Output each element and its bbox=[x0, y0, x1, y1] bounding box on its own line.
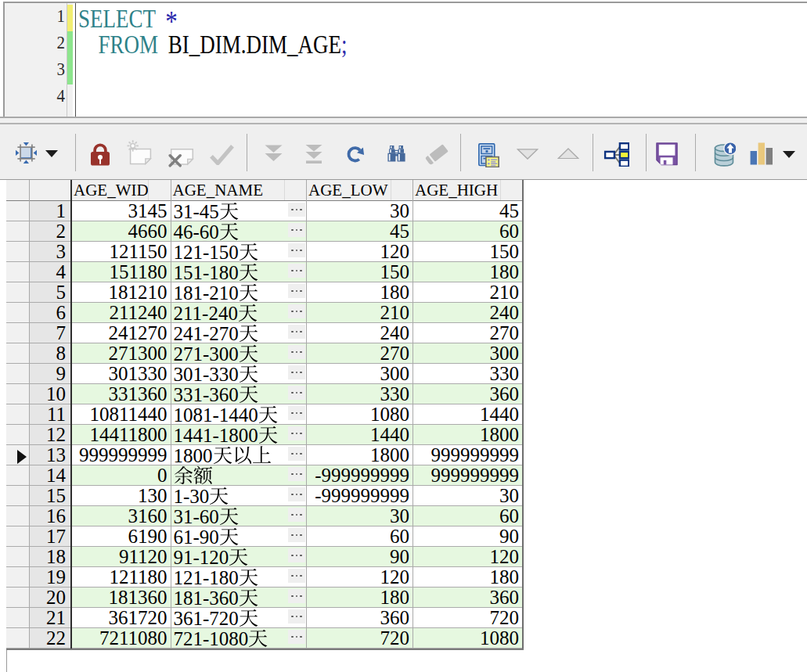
grid-row-13[interactable]: 1399999999918001800999999999 bbox=[6, 445, 523, 465]
cell-age_high[interactable]: 120 bbox=[413, 547, 522, 566]
cell-age_wid[interactable]: 301330 bbox=[72, 364, 171, 383]
cell-age_name[interactable]: 121-180 bbox=[171, 567, 307, 587]
lock-button[interactable] bbox=[90, 142, 110, 166]
cell-age_low[interactable]: 90 bbox=[307, 547, 413, 566]
cell-age_low[interactable]: 210 bbox=[307, 303, 413, 322]
fetch-next-page-button[interactable] bbox=[265, 145, 283, 162]
cell-age_name[interactable]: 1800 bbox=[171, 445, 307, 465]
cell-editor-ellipsis-button[interactable] bbox=[288, 325, 305, 339]
cell-editor-ellipsis-button[interactable] bbox=[288, 548, 305, 562]
cell-age_name[interactable]: 1081-1440 bbox=[171, 404, 307, 424]
cell-age_wid[interactable]: 3145 bbox=[72, 201, 171, 221]
cell-age_low[interactable]: 1440 bbox=[307, 425, 413, 444]
next-record-button[interactable] bbox=[557, 148, 579, 160]
cell-age_name[interactable]: 181-360 bbox=[171, 588, 307, 607]
cell-editor-ellipsis-button[interactable] bbox=[288, 264, 305, 278]
cell-editor-ellipsis-button[interactable] bbox=[288, 243, 305, 257]
cell-age_high[interactable]: 210 bbox=[413, 282, 522, 302]
cell-age_high[interactable]: 60 bbox=[413, 221, 522, 241]
cell-age_name[interactable]: 301-330 bbox=[171, 364, 307, 383]
fetch-all-button[interactable] bbox=[305, 145, 322, 164]
cell-age_name[interactable]: 31-45 bbox=[171, 201, 307, 221]
cell-age_high[interactable]: 180 bbox=[413, 262, 522, 282]
cell-age_wid[interactable]: 121150 bbox=[72, 242, 171, 261]
cell-age_wid[interactable]: 91120 bbox=[72, 547, 171, 566]
cell-age_wid[interactable]: 10811440 bbox=[72, 404, 171, 424]
cell-age_low[interactable]: 300 bbox=[307, 364, 413, 383]
cell-age_wid[interactable]: 271300 bbox=[72, 343, 171, 363]
post-changes-button[interactable] bbox=[210, 145, 234, 165]
previous-record-button[interactable] bbox=[517, 149, 539, 160]
cell-age_low[interactable]: 240 bbox=[307, 323, 413, 343]
grid-column-header-age_wid[interactable]: AGE_WID bbox=[72, 180, 171, 200]
cell-age_name[interactable]: 46-60 bbox=[171, 221, 307, 241]
cell-age_low[interactable]: 720 bbox=[307, 628, 413, 648]
grid-row-3[interactable]: 3121150121-150120150 bbox=[6, 242, 523, 262]
grid-row-15[interactable]: 151301-30-99999999930 bbox=[6, 486, 523, 506]
cell-editor-ellipsis-button[interactable] bbox=[288, 426, 305, 440]
cell-age_name[interactable]: 1-30 bbox=[171, 486, 307, 505]
cell-age_high[interactable]: 999999999 bbox=[413, 465, 522, 485]
grid-row-21[interactable]: 21361720361-720360720 bbox=[6, 608, 523, 628]
cell-age_wid[interactable]: 121180 bbox=[72, 567, 171, 587]
grid-row-2[interactable]: 2466046-604560 bbox=[6, 221, 523, 242]
cell-age_name[interactable]: 1441-1800 bbox=[171, 425, 307, 444]
cell-age_name[interactable]: 721-1080 bbox=[171, 628, 307, 648]
cell-age_wid[interactable]: 151180 bbox=[72, 262, 171, 282]
cell-age_high[interactable]: 360 bbox=[413, 384, 522, 404]
cell-age_high[interactable]: 45 bbox=[413, 201, 522, 221]
grid-row-12[interactable]: 12144118001441-180014401800 bbox=[6, 425, 523, 445]
cell-age_high[interactable]: 240 bbox=[413, 303, 522, 322]
grid-row-20[interactable]: 20181360181-360180360 bbox=[6, 588, 523, 608]
cell-editor-ellipsis-button[interactable] bbox=[288, 508, 305, 522]
chart-dropdown-button[interactable] bbox=[783, 151, 795, 158]
grid-row-17[interactable]: 17619061-906090 bbox=[6, 526, 523, 547]
cell-age_wid[interactable]: 14411800 bbox=[72, 425, 171, 444]
grid-row-11[interactable]: 11108114401081-144010801440 bbox=[6, 404, 523, 425]
single-record-view-button[interactable] bbox=[478, 143, 499, 168]
grid-row-6[interactable]: 6211240211-240210240 bbox=[6, 303, 523, 323]
cell-age_wid[interactable]: 130 bbox=[72, 486, 171, 505]
cell-age_low[interactable]: 150 bbox=[307, 262, 413, 282]
save-results-button[interactable] bbox=[656, 142, 678, 166]
cell-age_low[interactable]: 360 bbox=[307, 608, 413, 627]
cell-age_low[interactable]: 30 bbox=[307, 506, 413, 526]
clear-button[interactable] bbox=[424, 144, 449, 166]
cell-age_high[interactable]: 1080 bbox=[413, 628, 522, 648]
cell-editor-ellipsis-button[interactable] bbox=[288, 304, 305, 318]
grid-row-7[interactable]: 7241270241-270240270 bbox=[6, 323, 523, 343]
grid-row-1[interactable]: 1314531-453045 bbox=[6, 201, 523, 221]
cell-editor-ellipsis-button[interactable] bbox=[288, 386, 305, 400]
cell-editor-ellipsis-button[interactable] bbox=[288, 203, 305, 217]
linked-query-button[interactable] bbox=[603, 142, 629, 167]
grid-row-16[interactable]: 16316031-603060 bbox=[6, 506, 523, 526]
cell-age_low[interactable]: 180 bbox=[307, 588, 413, 607]
cell-age_low[interactable]: 1080 bbox=[307, 404, 413, 424]
cell-editor-ellipsis-button[interactable] bbox=[288, 345, 305, 359]
cell-editor-ellipsis-button[interactable] bbox=[288, 365, 305, 379]
sql-editor-text[interactable]: SELECT * FROM BI_DIM.DIM_AGE; bbox=[76, 6, 348, 113]
cell-age_wid[interactable]: 7211080 bbox=[72, 628, 171, 648]
cell-age_high[interactable]: 300 bbox=[413, 343, 522, 363]
copy-to-database-button[interactable] bbox=[712, 142, 736, 167]
cell-age_high[interactable]: 720 bbox=[413, 608, 522, 627]
cell-age_high[interactable]: 90 bbox=[413, 526, 522, 546]
cell-age_low[interactable]: 1800 bbox=[307, 445, 413, 465]
cell-age_high[interactable]: 180 bbox=[413, 567, 522, 587]
refresh-button[interactable] bbox=[346, 145, 366, 164]
cell-age_wid[interactable]: 331360 bbox=[72, 384, 171, 404]
grid-row-10[interactable]: 10331360331-360330360 bbox=[6, 384, 523, 404]
find-button[interactable] bbox=[387, 146, 405, 162]
grid-row-4[interactable]: 4151180151-180150180 bbox=[6, 262, 523, 282]
grid-row-8[interactable]: 8271300271-300270300 bbox=[6, 343, 523, 364]
grid-column-header-age_high[interactable]: AGE_HIGH bbox=[413, 180, 522, 200]
cell-editor-ellipsis-button[interactable] bbox=[288, 467, 305, 481]
cell-editor-ellipsis-button[interactable] bbox=[288, 630, 305, 644]
cell-age_wid[interactable]: 211240 bbox=[72, 303, 171, 322]
grid-row-19[interactable]: 19121180121-180120180 bbox=[6, 567, 523, 588]
grid-row-5[interactable]: 5181210181-210180210 bbox=[6, 282, 523, 303]
cell-editor-ellipsis-button[interactable] bbox=[288, 487, 305, 501]
cell-age_low[interactable]: 270 bbox=[307, 343, 413, 363]
cell-age_low[interactable]: 60 bbox=[307, 526, 413, 546]
cell-age_name[interactable]: 181-210 bbox=[171, 282, 307, 302]
